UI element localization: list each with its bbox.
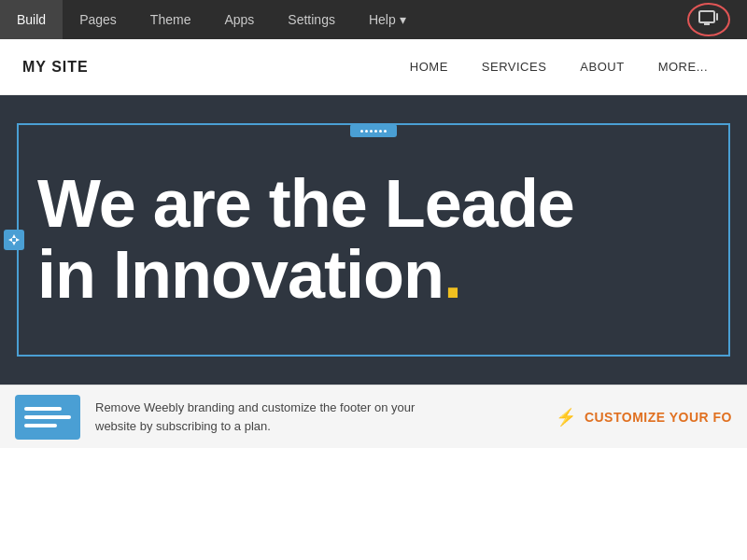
site-nav-more[interactable]: MORE...	[641, 39, 725, 95]
svg-rect-0	[699, 11, 714, 22]
footer-bar: Remove Weebly branding and customize the…	[0, 385, 747, 448]
footer-lines-icon	[24, 407, 71, 427]
move-button[interactable]	[4, 230, 24, 250]
top-nav-bar: Build Pages Theme Apps Settings Help ▾	[0, 0, 747, 39]
site-header: MY SITE HOME SERVICES ABOUT MORE...	[0, 39, 747, 95]
nav-item-settings[interactable]: Settings	[271, 0, 352, 39]
preview-button[interactable]	[687, 3, 730, 36]
site-nav-about[interactable]: ABOUT	[563, 39, 641, 95]
monitor-icon	[698, 10, 719, 30]
site-nav-home[interactable]: HOME	[393, 39, 465, 95]
svg-rect-1	[716, 13, 718, 21]
nav-item-theme[interactable]: Theme	[134, 0, 208, 39]
footer-text: Remove Weebly branding and customize the…	[95, 399, 415, 435]
hero-headline: We are the Leade in Innovation.	[37, 169, 574, 310]
footer-cta-button[interactable]: ⚡ CUSTOMIZE YOUR FO	[556, 407, 732, 427]
nav-item-help[interactable]: Help ▾	[352, 0, 423, 39]
nav-item-apps[interactable]: Apps	[207, 0, 271, 39]
svg-marker-7	[16, 238, 20, 242]
site-title: MY SITE	[22, 59, 89, 76]
drag-handle[interactable]	[350, 124, 397, 137]
svg-marker-4	[12, 234, 16, 238]
svg-marker-6	[8, 238, 12, 242]
hero-section: We are the Leade in Innovation.	[0, 95, 747, 385]
footer-icon-block	[15, 395, 80, 440]
site-navigation: HOME SERVICES ABOUT MORE...	[393, 39, 725, 95]
site-nav-services[interactable]: SERVICES	[465, 39, 564, 95]
hero-text-block[interactable]: We are the Leade in Innovation.	[17, 123, 730, 357]
preview-circle	[687, 3, 730, 36]
nav-item-build[interactable]: Build	[0, 0, 63, 39]
lightning-icon: ⚡	[556, 407, 577, 427]
accent-dot: .	[444, 237, 461, 312]
nav-item-pages[interactable]: Pages	[63, 0, 134, 39]
svg-marker-5	[12, 242, 16, 245]
